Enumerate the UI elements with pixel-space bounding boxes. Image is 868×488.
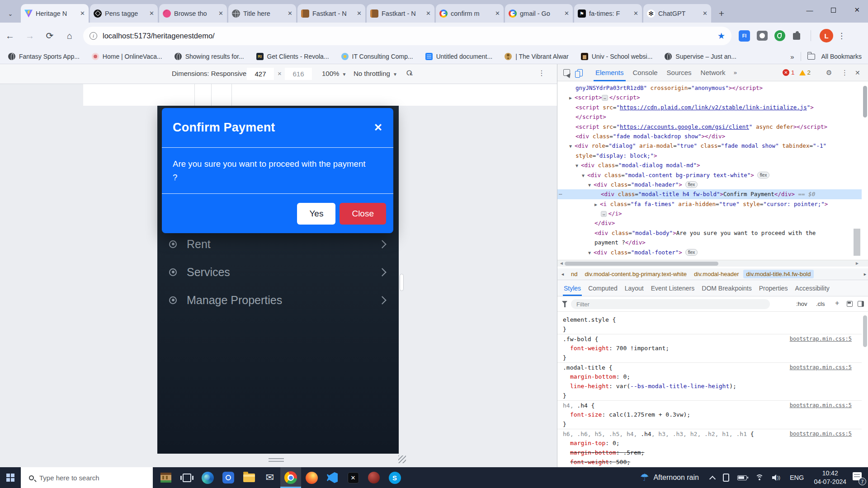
style-line[interactable]: font-weight: 700 !important; bbox=[557, 343, 862, 353]
devtools-settings-gear-icon[interactable]: ⚙ bbox=[826, 69, 832, 77]
bookmarks-overflow-icon[interactable]: » bbox=[790, 53, 794, 61]
style-line[interactable]: h6, .h6, h5, .h5, h4, .h4, h3, .h3, h2, … bbox=[557, 429, 862, 438]
stylesheet-source-link[interactable]: bootstrap.min.css:5 bbox=[790, 334, 852, 344]
taskbar-search[interactable]: Type here to search bbox=[21, 467, 153, 488]
devtools-tab-network[interactable]: Network bbox=[696, 64, 730, 81]
styles-filter-input[interactable]: Filter bbox=[571, 299, 770, 309]
throttling-dropdown[interactable]: No throttling▼ bbox=[354, 70, 397, 77]
photos-taskbar-icon[interactable] bbox=[218, 467, 239, 488]
address-bar[interactable]: i localhost:5173/heritagenestdemo/ ★ bbox=[83, 27, 731, 45]
taskview-taskbar-icon[interactable] bbox=[176, 467, 197, 488]
back-button[interactable]: ← bbox=[0, 31, 20, 41]
devtools-code-line[interactable]: </div> bbox=[557, 218, 862, 228]
firefox-taskbar-icon[interactable] bbox=[301, 467, 322, 488]
sidebar-tab-layout[interactable]: Layout bbox=[621, 280, 647, 296]
building-taskbar-icon[interactable] bbox=[156, 467, 176, 488]
reload-button[interactable]: ⟳ bbox=[40, 30, 60, 41]
sidebar-tab-accessibility[interactable]: Accessibility bbox=[792, 280, 833, 296]
hidden-icons-chevron[interactable] bbox=[709, 475, 716, 482]
devtools-code-line[interactable]: ⋯<div class="modal-title h4 fw-bold">Con… bbox=[557, 189, 862, 199]
style-line[interactable]: } bbox=[557, 353, 862, 362]
rotate-device-icon[interactable]: ⟳ bbox=[403, 67, 416, 80]
window-close-button[interactable]: ✕ bbox=[854, 6, 860, 14]
devtools-code-line[interactable]: <script src="https://cdn.plaid.com/link/… bbox=[557, 103, 862, 112]
devtools-code-line[interactable]: <div class="modal-body">Are you sure you… bbox=[557, 228, 862, 238]
sidebar-tab-dom-breakpoints[interactable]: DOM Breakpoints bbox=[698, 280, 755, 296]
inspect-element-icon[interactable] bbox=[563, 69, 570, 76]
devtools-code-line[interactable]: payment ?</div> bbox=[557, 238, 862, 247]
style-line[interactable]: } bbox=[557, 324, 862, 334]
grammarly-extension-icon[interactable] bbox=[774, 30, 785, 41]
toggle-device-toolbar-icon[interactable] bbox=[577, 69, 583, 76]
mail-taskbar-icon[interactable]: ✉ bbox=[259, 467, 280, 488]
breadcrumb-item[interactable]: div.modal-header bbox=[691, 270, 742, 278]
devtools-close-icon[interactable]: ✕ bbox=[855, 69, 860, 76]
stylesheet-source-link[interactable]: bootstrap.min.css:5 bbox=[790, 401, 852, 410]
bookmark-item[interactable]: RIGet Clients - Revola... bbox=[256, 53, 329, 60]
tab-close-icon[interactable]: ✕ bbox=[426, 10, 431, 17]
devtools-tab-console[interactable]: Console bbox=[628, 64, 662, 81]
device-toolbar-menu-icon[interactable]: ⋮ bbox=[538, 69, 545, 77]
browser-tab[interactable]: gmail - Go✕ bbox=[505, 4, 573, 23]
style-line[interactable]: .fw-bold {bootstrap.min.css:5 bbox=[557, 334, 862, 343]
all-bookmarks-button[interactable]: All Bookmarks bbox=[821, 53, 862, 60]
toggle-class-button[interactable]: .cls bbox=[816, 300, 825, 307]
bookmark-item[interactable]: Univ - School websi... bbox=[581, 53, 653, 60]
horizontal-scrollbar-thumb[interactable] bbox=[565, 262, 718, 266]
style-line[interactable]: } bbox=[557, 419, 862, 429]
volume-icon[interactable]: )) bbox=[772, 474, 780, 481]
sidebar-item-rent[interactable]: Rent bbox=[157, 230, 399, 258]
devtools-tab-elements[interactable]: Elements bbox=[591, 64, 628, 81]
devtools-code-line[interactable]: ▼ <div role="dialog" aria-modal="true" c… bbox=[557, 141, 862, 150]
line-actions-icon[interactable]: ⋯ bbox=[559, 189, 562, 199]
devtools-code-line[interactable]: ▶ <i class="fa fa-times" aria-hidden="tr… bbox=[557, 199, 862, 209]
forward-button[interactable]: → bbox=[20, 31, 40, 41]
devtools-code-line[interactable]: ▼ <div class="modal-header">flex bbox=[557, 180, 862, 189]
yes-button[interactable]: Yes bbox=[297, 203, 335, 225]
bookmark-item[interactable]: IT Consulting Comp... bbox=[341, 53, 413, 60]
breadcrumb-item[interactable]: div.modal-content.bg-primary.text-white bbox=[581, 270, 690, 278]
edge-taskbar-icon[interactable] bbox=[197, 467, 218, 488]
modal-close-icon[interactable]: ✕ bbox=[374, 122, 382, 134]
device-width-input[interactable] bbox=[247, 68, 274, 80]
screenshot-extension-icon[interactable] bbox=[757, 31, 768, 41]
dimensions-dropdown[interactable]: Dimensions: Responsive▼ bbox=[172, 70, 254, 77]
url-text[interactable]: localhost:5173/heritagenestdemo/ bbox=[103, 32, 717, 40]
sidebar-tab-properties[interactable]: Properties bbox=[755, 280, 792, 296]
style-line[interactable]: margin-bottom: .5rem; bbox=[557, 448, 862, 457]
tab-close-icon[interactable]: ✕ bbox=[357, 10, 362, 17]
devtools-code-line[interactable]: ▼ <div class="modal-footer">flex bbox=[557, 248, 862, 257]
browser-menu-icon[interactable]: ⋮ bbox=[838, 31, 845, 41]
devtools-code-line[interactable]: gnyJNSYdrPa03rtR1zdB" crossorigin="anony… bbox=[557, 83, 862, 93]
sidebar-item-services[interactable]: Services bbox=[157, 258, 399, 286]
device-height-input[interactable] bbox=[285, 68, 312, 80]
tab-close-icon[interactable]: ✕ bbox=[564, 10, 569, 17]
bookmark-item[interactable]: Fantasy Sports App... bbox=[8, 53, 80, 60]
devtools-menu-icon[interactable]: ⋮ bbox=[841, 69, 848, 77]
extensions-puzzle-icon[interactable] bbox=[792, 31, 802, 41]
viewport-resize-handle-bottom[interactable] bbox=[269, 458, 284, 462]
new-tab-button[interactable]: + bbox=[712, 5, 731, 23]
breadcrumb-item[interactable]: nd bbox=[568, 270, 580, 278]
bookmark-star-icon[interactable]: ★ bbox=[717, 31, 725, 41]
tab-search-chevron-icon[interactable]: ⌄ bbox=[0, 5, 21, 23]
tab-close-icon[interactable]: ✕ bbox=[149, 10, 154, 17]
style-line[interactable]: h4, .h4 {bootstrap.min.css:5 bbox=[557, 400, 862, 410]
bookmark-item[interactable]: | The Vibrant Alwar bbox=[505, 53, 569, 60]
browser-tab[interactable]: Fastkart - N✕ bbox=[367, 4, 434, 23]
zoom-dropdown[interactable]: 100%▼ bbox=[322, 70, 346, 77]
profile-avatar[interactable]: L bbox=[820, 29, 833, 42]
devtools-code-line[interactable]: </script> bbox=[557, 112, 862, 122]
taskbar-clock[interactable]: 10:42 04-07-2024 bbox=[814, 469, 846, 486]
tab-close-icon[interactable]: ✕ bbox=[703, 10, 708, 17]
devtools-more-tabs-icon[interactable]: » bbox=[730, 69, 741, 76]
language-indicator[interactable]: ENG bbox=[790, 474, 804, 481]
chrome-taskbar-icon[interactable] bbox=[280, 467, 301, 488]
sidebar-tab-computed[interactable]: Computed bbox=[585, 280, 621, 296]
media-taskbar-icon[interactable] bbox=[363, 467, 384, 488]
devtools-tab-sources[interactable]: Sources bbox=[662, 64, 696, 81]
tab-close-icon[interactable]: ✕ bbox=[80, 10, 85, 17]
browser-tab[interactable]: Browse tho✕ bbox=[159, 4, 227, 23]
stylesheet-source-link[interactable]: bootstrap.min.css:5 bbox=[790, 429, 852, 439]
explorer-taskbar-icon[interactable] bbox=[239, 467, 259, 488]
